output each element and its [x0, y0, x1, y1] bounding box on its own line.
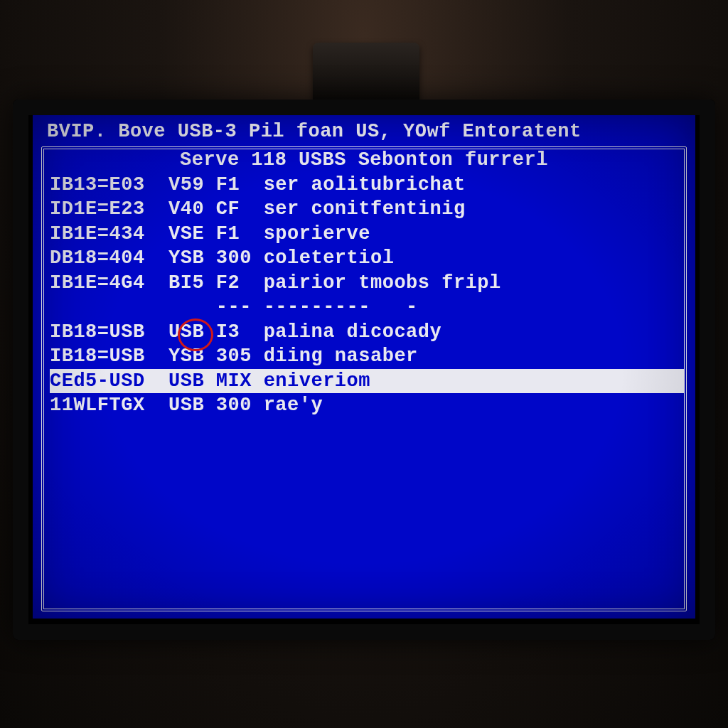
boot-menu-item[interactable]: --- --------- -: [50, 295, 684, 320]
bios-frame: Serve 118 USBS Sebonton furrerl IB13=E03…: [41, 146, 687, 611]
bios-screen: BVIP. Bove USB-3 Pil foan US, YOwf Entor…: [33, 115, 695, 619]
boot-menu-item[interactable]: ID1E=E23 V40 CF ser conitfentinig: [50, 197, 684, 222]
boot-menu-item[interactable]: IB13=E03 V59 F1 ser aolitubrichat: [50, 173, 684, 198]
boot-menu-item[interactable]: IB18=USB YSB 305 diing nasaber: [50, 344, 684, 369]
webcam-silhouette: [313, 43, 419, 107]
monitor-bezel: BVIP. Bove USB-3 Pil foan US, YOwf Entor…: [13, 100, 715, 640]
frame-title: Serve 118 USBS Sebonton furrerl: [44, 148, 684, 173]
boot-menu-item[interactable]: DB18=404 YSB 300 coletertiol: [50, 246, 684, 271]
boot-menu-item[interactable]: IB1E=434 VSE F1 sporierve: [50, 222, 684, 247]
boot-menu-item[interactable]: 11WLFTGX USB 300 rae'y: [50, 393, 684, 418]
boot-menu-item[interactable]: CEd5-USD USB MIX eniveriom: [50, 369, 684, 394]
bios-header: BVIP. Bove USB-3 Pil foan US, YOwf Entor…: [33, 119, 695, 147]
boot-menu-list[interactable]: IB13=E03 V59 F1 ser aolitubrichatID1E=E2…: [44, 173, 684, 418]
boot-menu-item[interactable]: IB18=USB USB I3 palina dicocady: [50, 320, 684, 345]
boot-menu-item[interactable]: IB1E=4G4 BI5 F2 pairior tmoobs fripl: [50, 271, 684, 296]
